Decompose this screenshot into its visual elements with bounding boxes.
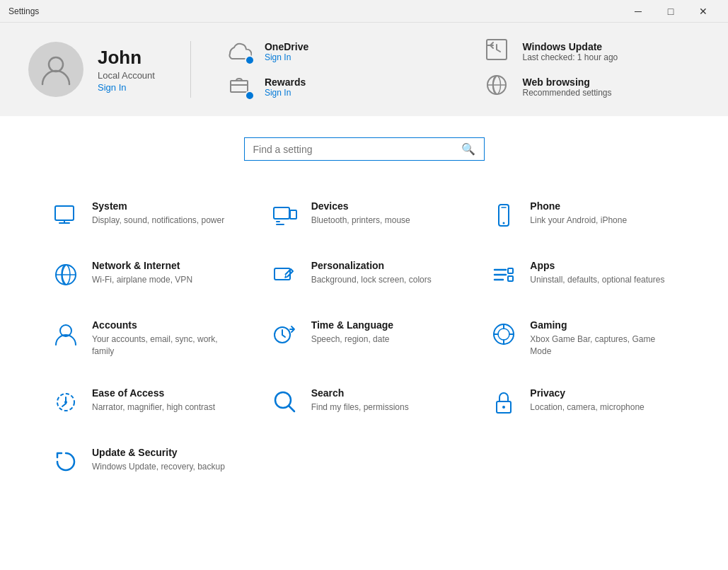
gaming-name: Gaming xyxy=(530,319,677,331)
windows-update-name: Windows Update xyxy=(522,41,618,52)
setting-devices[interactable]: Devices Bluetooth, printers, mouse xyxy=(262,189,467,241)
windows-update-icon xyxy=(484,37,514,67)
profile-signin-link[interactable]: Sign In xyxy=(98,82,155,93)
phone-desc: Link your Android, iPhone xyxy=(530,215,627,227)
setting-privacy[interactable]: Privacy Location, camera, microphone xyxy=(480,376,686,428)
personalization-desc: Background, lock screen, colors xyxy=(311,274,432,286)
minimize-button[interactable]: ─ xyxy=(622,0,654,23)
app-title: Settings xyxy=(8,6,39,16)
service-windows-update[interactable]: Windows Update Last checked: 1 hour ago xyxy=(484,37,700,67)
onedrive-text: OneDrive Sign In xyxy=(265,41,308,62)
search-icon: 🔍 xyxy=(461,142,475,156)
update-text: Update & Security Windows Update, recove… xyxy=(92,447,225,473)
personalization-icon xyxy=(270,260,300,290)
settings-grid-container: System Display, sound, notifications, po… xyxy=(42,189,686,488)
onedrive-dot xyxy=(245,55,255,65)
update-icon xyxy=(51,447,81,477)
svg-point-23 xyxy=(502,406,505,409)
setting-personalization[interactable]: Personalization Background, lock screen,… xyxy=(262,249,467,301)
svg-rect-14 xyxy=(508,276,513,281)
search-setting-icon xyxy=(270,387,300,417)
time-icon xyxy=(270,319,300,349)
time-text: Time & Language Speech, region, date xyxy=(311,319,393,346)
devices-icon xyxy=(270,200,300,230)
maximize-button[interactable]: □ xyxy=(654,0,687,23)
setting-apps[interactable]: Apps Uninstall, defaults, optional featu… xyxy=(480,249,686,301)
profile-section: John Local Account Sign In xyxy=(28,42,155,97)
svg-point-18 xyxy=(498,329,509,340)
profile-info: John Local Account Sign In xyxy=(98,47,155,93)
phone-name: Phone xyxy=(530,200,627,212)
gaming-text: Gaming Xbox Game Bar, captures, Game Mod… xyxy=(530,319,677,358)
setting-time[interactable]: Time & Language Speech, region, date xyxy=(262,308,467,369)
header-divider xyxy=(190,41,191,98)
apps-icon xyxy=(489,260,519,290)
close-button[interactable]: ✕ xyxy=(687,0,720,23)
svg-point-20 xyxy=(64,401,67,404)
personalization-text: Personalization Background, lock screen,… xyxy=(311,260,432,286)
search-setting-text: Search Find my files, permissions xyxy=(311,387,409,414)
privacy-name: Privacy xyxy=(530,387,644,399)
service-rewards[interactable]: Rewards Sign In xyxy=(226,72,442,102)
ease-text: Ease of Access Narrator, magnifier, high… xyxy=(92,387,215,414)
setting-search[interactable]: Search Find my files, permissions xyxy=(262,376,467,428)
search-setting-name: Search xyxy=(311,387,409,399)
profile-name: John xyxy=(98,47,155,69)
privacy-desc: Location, camera, microphone xyxy=(530,401,644,414)
web-browsing-icon xyxy=(484,72,514,102)
svg-rect-6 xyxy=(274,207,289,219)
devices-name: Devices xyxy=(311,200,410,212)
rewards-text: Rewards Sign In xyxy=(265,76,306,98)
devices-text: Devices Bluetooth, printers, mouse xyxy=(311,200,410,227)
service-onedrive[interactable]: OneDrive Sign In xyxy=(226,37,442,67)
setting-system[interactable]: System Display, sound, notifications, po… xyxy=(42,189,248,241)
ease-desc: Narrator, magnifier, high contrast xyxy=(92,401,215,414)
setting-network[interactable]: Network & Internet Wi-Fi, airplane mode,… xyxy=(42,249,248,301)
svg-rect-2 xyxy=(231,81,248,92)
setting-ease[interactable]: Ease of Access Narrator, magnifier, high… xyxy=(42,376,248,428)
settings-grid: System Display, sound, notifications, po… xyxy=(0,182,728,570)
apps-desc: Uninstall, defaults, optional features xyxy=(530,274,664,286)
windows-update-desc: Last checked: 1 hour ago xyxy=(522,52,618,62)
system-desc: Display, sound, notifications, power xyxy=(92,215,224,227)
network-icon xyxy=(51,260,81,290)
search-setting-desc: Find my files, permissions xyxy=(311,401,409,414)
rewards-action[interactable]: Sign In xyxy=(265,88,306,98)
search-input[interactable] xyxy=(253,144,461,155)
title-bar: Settings ─ □ ✕ xyxy=(0,0,728,23)
search-section: 🔍 xyxy=(0,116,728,182)
setting-gaming[interactable]: Gaming Xbox Game Bar, captures, Game Mod… xyxy=(480,308,686,369)
web-browsing-text: Web browsing Recommended settings xyxy=(522,76,611,98)
onedrive-name: OneDrive xyxy=(265,41,308,52)
network-text: Network & Internet Wi-Fi, airplane mode,… xyxy=(92,260,192,286)
svg-rect-5 xyxy=(55,206,74,220)
setting-phone[interactable]: Phone Link your Android, iPhone xyxy=(480,189,686,241)
gaming-desc: Xbox Game Bar, captures, Game Mode xyxy=(530,334,677,358)
ease-name: Ease of Access xyxy=(92,387,215,399)
avatar xyxy=(28,42,83,97)
svg-point-0 xyxy=(49,57,63,72)
update-desc: Windows Update, recovery, backup xyxy=(92,461,225,473)
accounts-name: Accounts xyxy=(92,319,239,331)
search-box: 🔍 xyxy=(244,137,485,161)
onedrive-icon xyxy=(226,37,256,67)
setting-accounts[interactable]: Accounts Your accounts, email, sync, wor… xyxy=(42,308,248,369)
gaming-icon xyxy=(489,319,519,349)
rewards-name: Rewards xyxy=(265,76,306,88)
time-desc: Speech, region, date xyxy=(311,334,393,346)
time-name: Time & Language xyxy=(311,319,393,331)
window-controls: ─ □ ✕ xyxy=(622,0,720,23)
setting-update[interactable]: Update & Security Windows Update, recove… xyxy=(42,435,248,488)
onedrive-action[interactable]: Sign In xyxy=(265,52,308,62)
personalization-name: Personalization xyxy=(311,260,432,271)
devices-desc: Bluetooth, printers, mouse xyxy=(311,215,410,227)
svg-point-9 xyxy=(503,222,505,224)
apps-text: Apps Uninstall, defaults, optional featu… xyxy=(530,260,664,286)
accounts-icon xyxy=(51,319,81,349)
ease-icon xyxy=(51,387,81,417)
web-browsing-name: Web browsing xyxy=(522,76,611,88)
svg-rect-13 xyxy=(508,268,513,273)
service-web-browsing[interactable]: Web browsing Recommended settings xyxy=(484,72,700,102)
update-name: Update & Security xyxy=(92,447,225,458)
accounts-desc: Your accounts, email, sync, work, family xyxy=(92,334,239,358)
